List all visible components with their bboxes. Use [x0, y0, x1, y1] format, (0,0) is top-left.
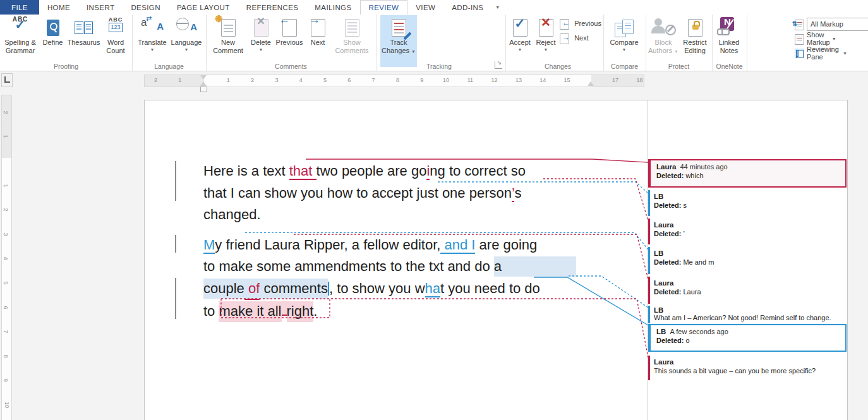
tab-stop-selector[interactable] [1, 73, 13, 87]
comment-balloon-vague[interactable]: Laura This sounds a bit vague – can you … [648, 356, 847, 380]
doc-line-4[interactable]: My friend Laura Ripper, a fellow editor,… [203, 236, 537, 255]
horizontal-ruler[interactable]: 211234567891011121314151718 [144, 75, 644, 87]
ruler-margin-area [2, 95, 11, 158]
restrict-editing-button[interactable]: Restrict Editing [680, 15, 710, 67]
reject-button[interactable]: ✕ Reject ▼ [533, 15, 558, 67]
comment-time: 44 minutes ago [680, 163, 727, 171]
block-authors-button[interactable]: Block Authors ▼ [647, 15, 680, 67]
ruler-number: 1 [227, 77, 230, 83]
tab-home[interactable]: HOME [39, 0, 78, 15]
group-tracking: Track Changes ▼ ⇅ All Markup ▼ Show Mark… [376, 15, 506, 71]
tab-add-ins[interactable]: ADD-INS [443, 0, 491, 15]
show-comments-button[interactable]: Show Comments [332, 15, 371, 67]
insertion-lb: M [203, 237, 215, 254]
comment-anchor-highlight-pink: right [287, 301, 314, 322]
ruler-number: 8 [3, 354, 9, 357]
text-run: two people are go [316, 163, 427, 179]
reviewer-color-bar [648, 277, 650, 304]
hanging-indent-marker[interactable] [200, 81, 207, 86]
track-changes-button[interactable]: Track Changes ▼ [380, 15, 417, 67]
ruler-number: 2 [251, 77, 254, 83]
ruler-number: 11 [467, 77, 473, 83]
show-markup-row[interactable]: Show Markup ▼ [795, 32, 836, 45]
text-run: Here is a text [203, 163, 289, 179]
comment-author: LB [654, 193, 663, 200]
group-compare: Compare ▼ Compare [603, 15, 646, 71]
comment-balloon-deleted-me-and-m[interactable]: LB Deleted:Me and m [648, 247, 847, 274]
accept-button[interactable]: ✓ Accept ▼ [507, 15, 533, 67]
chevron-down-icon: ▼ [170, 47, 203, 52]
tab-view[interactable]: VIEW [407, 0, 443, 15]
doc-line-3[interactable]: changed. [203, 205, 261, 224]
ruler-number: 13 [515, 77, 522, 83]
change-type-label: Deleted: [654, 230, 681, 237]
reject-icon: ✕ [533, 17, 558, 39]
vertical-ruler[interactable]: 2112345678910 [1, 95, 12, 420]
display-for-review-select[interactable]: All Markup ▼ [807, 18, 868, 31]
right-indent-marker[interactable] [588, 81, 594, 86]
tab-file[interactable]: FILE [0, 0, 39, 15]
previous-comment-icon: ← [274, 17, 304, 39]
tab-mailings[interactable]: MAILINGS [306, 0, 359, 15]
compare-button[interactable]: Compare ▼ [606, 15, 642, 67]
deleted-text: ’ [683, 230, 684, 237]
ruler-number: 1 [178, 77, 181, 83]
ruler-number: 5 [323, 77, 327, 83]
tab-insert[interactable]: INSERT [78, 0, 123, 15]
comment-time: A few seconds ago [670, 328, 728, 335]
group-label-changes: Changes [505, 63, 603, 70]
text-run: , to show you w [329, 280, 425, 296]
new-comment-button[interactable]: ✚ ✕ New Comment [210, 15, 246, 67]
thesaurus-button[interactable]: Thesaurus [66, 15, 101, 67]
ruler-number: 1 [3, 135, 9, 138]
group-label-comments: Comments [206, 63, 376, 70]
group-label-onenote: OneNote [712, 63, 747, 70]
reviewing-pane-row[interactable]: Reviewing Pane ▼ [795, 47, 847, 59]
group-label-tracking: Tracking [376, 63, 505, 70]
reviewer-color-bar [648, 190, 650, 216]
chevron-down-icon[interactable]: ▼ [491, 0, 503, 15]
text-run: y friend Laura Ripper, a fellow editor, [215, 237, 440, 253]
tracking-dialog-launcher-icon[interactable]: ↘ [495, 61, 502, 69]
previous-comment-button[interactable]: ← Previous [274, 15, 304, 67]
language-button[interactable]: A Language ▼ [170, 15, 203, 67]
spelling-grammar-button[interactable]: ABC ✓ Spelling & Grammar [1, 15, 39, 67]
comment-author: Laura [654, 279, 673, 287]
comment-balloon-deleted-laura[interactable]: Laura Deleted:Laura [648, 277, 847, 304]
tab-review[interactable]: REVIEW [360, 0, 408, 15]
doc-line-6[interactable]: couple of comments, to show you what you… [203, 279, 540, 298]
doc-line-2[interactable]: that I can show you how to accept just o… [203, 184, 521, 203]
define-button[interactable]: Define [39, 15, 66, 67]
comment-balloon-deleted-o[interactable]: LB A few seconds ago Deleted:o [648, 324, 847, 352]
comment-balloon-american[interactable]: LB What am I – American? Not good! Remin… [648, 306, 847, 323]
next-change-button[interactable]: → Next [560, 33, 589, 44]
tab-references[interactable]: REFERENCES [238, 0, 307, 15]
doc-line-5[interactable]: to make some ammendments to the txt and … [203, 257, 576, 276]
text-run: . [313, 303, 317, 319]
spelling-grammar-icon: ABC ✓ [1, 17, 39, 39]
comment-anchor-highlight: a [494, 256, 576, 277]
deleted-text: s [683, 201, 687, 209]
delete-comment-button[interactable]: ✕ Delete ▼ [248, 15, 274, 67]
comment-text: What am I – American? Not good! Remind s… [654, 314, 831, 321]
comment-balloon-deleted-apostrophe[interactable]: Laura Deleted:’ [648, 219, 847, 244]
doc-line-7[interactable]: to make it allright. [203, 301, 317, 321]
translate-button[interactable]: a A ⇄ Translate ▼ [136, 15, 169, 67]
previous-change-button[interactable]: ← Previous [560, 19, 601, 30]
ribbon-tab-bar: FILE HOME INSERT DESIGN PAGE LAYOUT REFE… [0, 0, 868, 15]
group-label-language: Language [132, 63, 206, 70]
linked-notes-button[interactable]: N Linked Notes [713, 15, 745, 67]
next-comment-button[interactable]: → Next [304, 15, 331, 67]
chevron-down-icon: ▼ [843, 51, 847, 56]
doc-line-1[interactable]: Here is a text that two people are going… [203, 162, 526, 181]
tab-design[interactable]: DESIGN [123, 0, 169, 15]
comment-balloon-deleted-which[interactable]: Laura 44 minutes ago Deleted:which [648, 159, 847, 188]
comment-balloon-deleted-s[interactable]: LB Deleted:s [648, 190, 847, 216]
tab-page-layout[interactable]: PAGE LAYOUT [169, 0, 238, 15]
left-indent-marker[interactable] [200, 87, 207, 92]
block-authors-icon [647, 17, 680, 39]
first-line-indent-marker[interactable] [200, 75, 207, 80]
ruler-number: 10 [443, 77, 449, 83]
word-count-button[interactable]: ABC 123 Word Count [101, 15, 130, 67]
text-run: are going [475, 237, 537, 253]
